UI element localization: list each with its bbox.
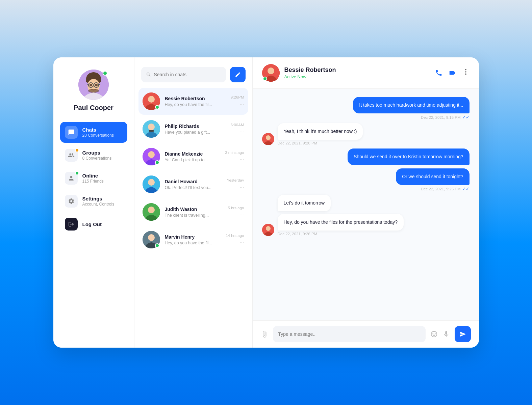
sidebar-item-settings[interactable]: Settings Account, Controls [60,191,127,212]
message-bubble: Hey, do you have the files for the prese… [278,214,404,231]
chat-info: Marvin Henry Hey, do you have the fil... [165,234,221,245]
search-bar[interactable] [141,67,226,82]
read-tick-icon: ✓✓ [462,115,470,120]
send-button[interactable] [455,326,471,342]
emoji-button[interactable] [430,330,438,338]
mic-icon [442,330,450,338]
chat-time: 9:26PM [231,95,244,99]
message-input[interactable] [273,326,426,342]
message-timestamp: Dec 22, 2021, 9:20 PM [278,141,318,145]
phone-icon [435,69,442,77]
chat-avatar [143,203,160,221]
chat-time: 6:00AM [231,123,244,127]
sidebar-item-logout[interactable]: Log Out [60,214,127,235]
chat-preview: Have you planed a gift... [165,130,226,135]
chats-sublabel: 20 Conversations [82,133,114,138]
settings-sublabel: Account, Controls [82,202,115,207]
chat-meta: 3 mins ago ··· [225,151,244,163]
judith-avatar [143,203,160,221]
groups-label: Groups [82,150,112,156]
svg-point-26 [465,69,466,71]
attach-button[interactable] [261,330,268,338]
chat-preview: Hey, do you have the fil... [165,102,226,107]
chat-time: 3 mins ago [225,151,244,155]
call-button[interactable] [435,69,442,77]
svg-point-32 [266,226,271,231]
chat-preview: Hey, do you have the fil... [165,241,221,245]
groups-badge [75,148,79,152]
online-label: Online [82,173,104,179]
more-options-button[interactable] [462,68,470,78]
chat-name: Philip Richards [165,124,226,129]
logout-label: Log Out [82,221,102,227]
svg-point-28 [465,74,466,75]
chat-preview: The client is travelling... [165,213,223,218]
sidebar-item-chats[interactable]: Chats 20 Conversations [60,122,127,143]
chat-meta: Yesterday ··· [227,178,244,190]
chat-header: Bessie Robertson Active Now [253,57,479,89]
video-call-button[interactable] [449,69,456,77]
message-timestamp: Dec 22, 2021, 9:15 PM ✓✓ [421,115,470,120]
chat-header-actions [435,68,470,78]
chat-more-button[interactable]: ··· [239,157,244,163]
chat-avatar [143,231,160,248]
message-avatar [262,224,274,236]
chat-more-button[interactable]: ··· [239,184,244,190]
svg-rect-15 [149,130,154,132]
chat-info: Daniel Howard Ok. Perfect! I'll text you… [165,179,222,190]
chat-avatar [143,120,160,138]
chat-item[interactable]: Daniel Howard Ok. Perfect! I'll text you… [138,171,248,198]
message-group: Yeah, I think it's much better now :) De… [278,123,363,145]
mic-button[interactable] [442,330,450,338]
logout-icon [65,218,78,231]
online-badge [75,171,79,175]
chats-icon [65,126,78,139]
svg-point-19 [148,179,155,186]
chat-item[interactable]: Marvin Henry Hey, do you have the fil...… [138,226,248,253]
philip-avatar [143,120,160,138]
chat-time: Yesterday [227,178,244,182]
online-indicator [155,105,159,109]
chat-info: Philip Richards Have you planed a gift..… [165,124,226,135]
message-group: Should we send it over to Kristin tomorr… [262,148,470,165]
chat-item[interactable]: Dianne Mckenzie Ya! Can I pick it up to.… [138,143,248,170]
chat-more-button[interactable]: ··· [239,212,244,218]
svg-point-27 [465,71,466,73]
chat-name: Judith Waston [165,207,223,212]
chat-more-button[interactable]: ··· [239,240,244,246]
contact-status: Active Now [284,74,430,79]
chat-avatar [143,92,160,110]
chat-item[interactable]: Philip Richards Have you planed a gift..… [138,115,248,142]
message-group: Let's do it tomorrow Hey, do you have th… [278,195,404,236]
message-avatar [262,133,274,145]
chat-header-avatar [262,64,280,82]
app-container: Paul Cooper Chats 20 Conversations [53,57,479,348]
chat-header-info: Bessie Robertson Active Now [284,66,430,79]
video-icon [449,69,456,77]
profile-avatar-wrapper [78,70,109,100]
chat-preview: Ok. Perfect! I'll text you... [165,185,222,190]
chat-more-button[interactable]: ··· [239,101,244,107]
svg-point-21 [148,207,155,213]
sidebar-item-groups[interactable]: Groups 8 Conversations [60,145,127,166]
chat-preview: Ya! Can I pick it up to... [165,158,221,162]
search-input[interactable] [154,72,221,77]
svg-point-10 [88,89,99,93]
emoji-icon [430,330,438,338]
chat-item[interactable]: Judith Waston The client is travelling..… [138,198,248,225]
contact-name: Bessie Robertson [284,66,430,74]
chat-item[interactable]: Bessie Robertson Hey, do you have the fi… [138,88,248,115]
attach-icon [261,330,268,338]
profile-name: Paul Cooper [74,104,113,112]
sidebar-nav: Chats 20 Conversations Groups 8 Conversa… [60,122,127,235]
groups-sublabel: 8 Conversations [82,156,112,161]
chat-meta: 9:26PM ··· [231,95,244,107]
chat-items-list: Bessie Robertson Hey, do you have the fi… [134,88,252,348]
message-group: Or we should send it tonight? Dec 22, 20… [262,168,470,191]
chat-name: Daniel Howard [165,179,222,184]
chat-more-button[interactable]: ··· [239,129,244,135]
compose-button[interactable] [230,67,246,82]
message-bubble: Should we send it over to Kristin tomorr… [348,148,469,165]
chat-time: 5 hrs ago [228,206,244,210]
sidebar-item-online[interactable]: Online 115 Friends [60,168,127,189]
